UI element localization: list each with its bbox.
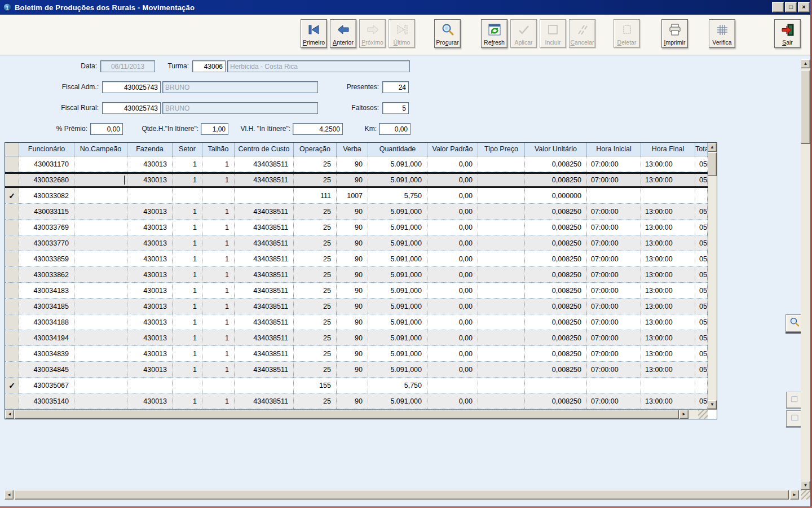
turma-code-field[interactable] <box>192 60 226 72</box>
table-row[interactable]: 4300341854300131143403851125905.091,0000… <box>5 299 708 314</box>
grid-cell[interactable] <box>478 314 525 330</box>
close-button[interactable]: × <box>798 2 810 12</box>
selector-column-header[interactable] <box>5 143 19 156</box>
row-selector-cell[interactable] <box>5 299 19 314</box>
grid-cell[interactable]: 0,008250 <box>525 393 587 409</box>
refresh-button[interactable]: Refresh <box>481 19 508 48</box>
grid-cell[interactable]: 430013 <box>127 314 173 330</box>
grid-cell[interactable]: 90 <box>337 251 368 266</box>
grid-cell[interactable]: 13:00:00 <box>641 346 695 361</box>
grid-cell[interactable]: 1 <box>173 314 202 330</box>
panel-button-top[interactable] <box>786 392 802 408</box>
grid-cell[interactable]: 05 <box>695 204 708 219</box>
grid-cell[interactable]: 0,008250 <box>525 330 587 345</box>
grid-cell[interactable]: 90 <box>337 283 368 298</box>
grid-cell[interactable]: 0,008250 <box>525 174 587 186</box>
window-scroll-right-button[interactable]: ► <box>790 490 799 500</box>
grid-cell[interactable]: 07:00:00 <box>587 251 641 266</box>
grid-cell[interactable]: 430034188 <box>19 314 74 330</box>
grid-cell[interactable]: 430013 <box>127 346 173 361</box>
window-horizontal-scrollbar[interactable]: ◄ ► <box>5 490 799 500</box>
grid-cell[interactable]: 05 <box>695 393 708 409</box>
grid-cell[interactable]: 430033769 <box>19 220 74 235</box>
grid-cell[interactable]: 5.091,000 <box>368 220 427 235</box>
column-header[interactable]: Total <box>695 143 708 156</box>
grid-cell[interactable]: 1 <box>202 204 235 219</box>
grid-cell[interactable] <box>337 378 368 393</box>
window-scroll-up-button[interactable]: ▲ <box>801 59 810 68</box>
window-hscroll-thumb[interactable] <box>15 490 789 500</box>
grid-cell[interactable]: 0,008250 <box>525 235 587 251</box>
table-row[interactable]: 4300341944300131143403851125905.091,0000… <box>5 330 708 346</box>
grid-cell[interactable] <box>478 251 525 266</box>
grid-cell[interactable] <box>478 346 525 361</box>
panel-button-bottom[interactable] <box>786 410 802 427</box>
grid-cell[interactable] <box>478 204 525 219</box>
window-vertical-scrollbar[interactable]: ▲ ▼ <box>801 59 810 490</box>
grid-cell[interactable]: 25 <box>294 362 337 377</box>
grid-cell[interactable]: 1 <box>202 362 235 377</box>
grid-cell[interactable]: 434038511 <box>235 314 294 330</box>
table-row[interactable]: 4300351404300131143403851125905.091,0000… <box>5 393 708 409</box>
grid-cell[interactable]: 07:00:00 <box>587 346 641 361</box>
grid-cell[interactable] <box>74 283 127 298</box>
grid-cell[interactable]: 1 <box>173 204 202 219</box>
grid-cell[interactable]: 1 <box>202 156 235 172</box>
grid-cell[interactable]: 5,750 <box>368 188 427 203</box>
grid-cell[interactable]: 0,008250 <box>525 156 587 172</box>
column-header[interactable]: Operação <box>294 143 337 156</box>
row-selector-cell[interactable] <box>5 314 19 330</box>
grid-cell[interactable]: 434038511 <box>235 235 294 251</box>
grid-cell[interactable] <box>478 235 525 251</box>
grid-cell[interactable]: 90 <box>337 220 368 235</box>
grid-cell[interactable]: 1 <box>173 393 202 409</box>
grid-cell[interactable]: 1 <box>173 235 202 251</box>
table-row[interactable]: 4300311704300131143403851125905.091,0000… <box>5 156 708 172</box>
grid-cell[interactable]: 13:00:00 <box>641 393 695 409</box>
grid-cell[interactable]: 90 <box>337 330 368 345</box>
grid-cell[interactable]: 05 <box>695 283 708 298</box>
grid-cell[interactable]: 1 <box>173 156 202 172</box>
grid-cell[interactable]: 90 <box>337 267 368 282</box>
grid-cell[interactable]: 0,008250 <box>525 346 587 361</box>
grid-cell[interactable]: 1 <box>202 393 235 409</box>
grid-cell[interactable]: 0,00 <box>427 393 478 409</box>
row-selector-cell[interactable] <box>5 220 19 235</box>
grid-cell[interactable]: 5.091,000 <box>368 283 427 298</box>
grid-cell[interactable]: 07:00:00 <box>587 220 641 235</box>
grid-cell[interactable]: 434038511 <box>235 362 294 377</box>
grid-cell[interactable] <box>587 378 641 393</box>
grid-cell[interactable] <box>478 299 525 314</box>
grid-cell[interactable]: 13:00:00 <box>641 251 695 266</box>
column-header[interactable]: Funcionário <box>19 143 74 156</box>
grid-cell[interactable]: 1 <box>173 267 202 282</box>
grid-cell[interactable]: 155 <box>294 378 337 393</box>
table-row[interactable]: 4300348394300131143403851125905.091,0000… <box>5 346 708 362</box>
grid-cell[interactable]: 0,00 <box>427 314 478 330</box>
grid-cell[interactable]: 1 <box>202 314 235 330</box>
grid-cell[interactable] <box>695 188 708 203</box>
grid-scroll-right-button[interactable]: ► <box>679 410 689 419</box>
grid-cell[interactable]: 25 <box>294 220 337 235</box>
row-selector-cell[interactable] <box>5 330 19 345</box>
fiscal-adm-code-field[interactable] <box>102 81 161 93</box>
grid-cell[interactable]: 07:00:00 <box>587 235 641 251</box>
grid-cell[interactable]: 434038511 <box>235 330 294 345</box>
grid-cell[interactable]: 5.091,000 <box>368 346 427 361</box>
column-header[interactable]: Valor Padrão <box>427 143 478 156</box>
grid-cell[interactable] <box>427 378 478 393</box>
grid-cell[interactable]: 0,000000 <box>525 188 587 203</box>
grid-cell[interactable] <box>74 314 127 330</box>
grid-cell[interactable]: 13:00:00 <box>641 283 695 298</box>
grid-cell[interactable]: 1 <box>173 251 202 266</box>
grid-cell[interactable]: 25 <box>294 251 337 266</box>
grid-cell[interactable]: 1 <box>173 220 202 235</box>
grid-cell[interactable]: 0,008250 <box>525 220 587 235</box>
grid-scroll-left-button[interactable]: ◄ <box>5 410 14 419</box>
grid-cell[interactable]: 1 <box>173 283 202 298</box>
grid-cell[interactable] <box>478 267 525 282</box>
row-selector-cell[interactable] <box>5 346 19 361</box>
grid-cell[interactable]: 430032680 <box>19 174 74 186</box>
grid-cell[interactable]: 430033862 <box>19 267 74 282</box>
grid-cell[interactable]: 25 <box>294 314 337 330</box>
